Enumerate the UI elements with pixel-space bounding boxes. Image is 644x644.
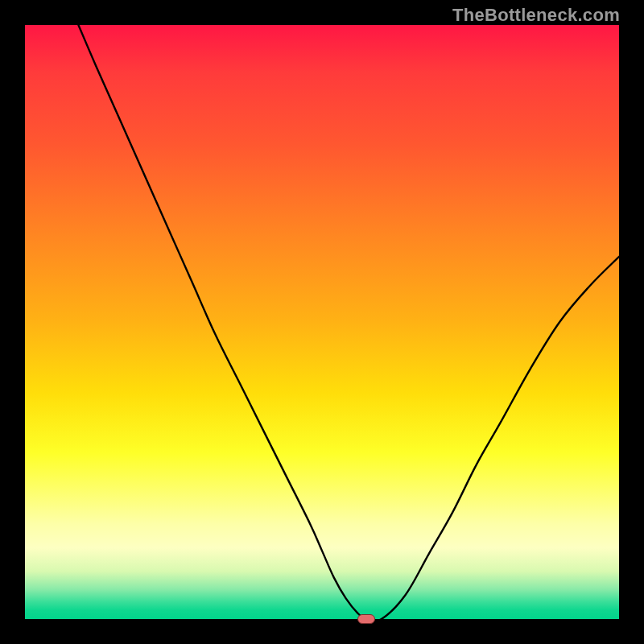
attribution-text: TheBottleneck.com — [452, 5, 620, 26]
chart-container: TheBottleneck.com — [0, 0, 644, 644]
plot-area — [25, 25, 619, 619]
bottleneck-curve — [78, 25, 619, 619]
minimum-marker — [357, 614, 375, 624]
curve-svg — [25, 25, 619, 619]
